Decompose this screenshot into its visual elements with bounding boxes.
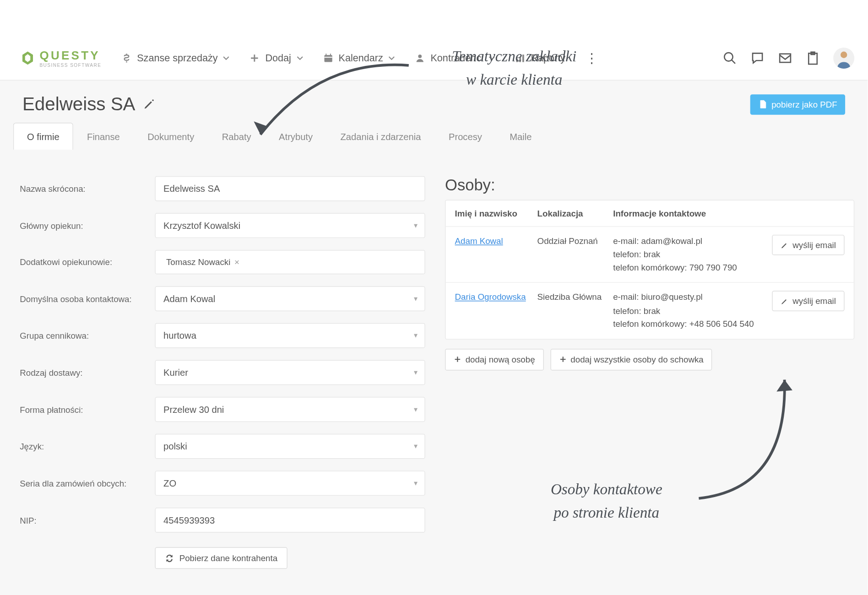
calendar-icon (323, 53, 333, 63)
table-row: Adam Kowal Oddział Poznań e-mail: adam@k… (445, 227, 853, 283)
add-person-button[interactable]: dodaj nową osobę (445, 349, 543, 371)
form-panel: Nazwa skrócona: Edelweiss SA Główny opie… (13, 176, 425, 569)
chevron-down-icon (296, 54, 303, 61)
tab-zadania[interactable]: Zadania i zdarzenia (326, 123, 434, 150)
label-nazwa-skrocona: Nazwa skrócona: (13, 184, 155, 194)
label-dodatkowi: Dodatkowi opiekunowie: (13, 257, 155, 267)
label-rodzaj-dostawy: Rodzaj dostawy: (13, 368, 155, 378)
logo-subtext: BUSINESS SOFTWARE (39, 62, 101, 67)
label-grupa-cennikowa: Grupa cennikowa: (13, 330, 155, 341)
label-domyslna-osoba: Domyślna osoba kontaktowa: (13, 294, 155, 304)
persons-title: Osoby: (445, 176, 854, 195)
chevron-down-icon (223, 54, 229, 61)
edit-icon[interactable] (143, 98, 155, 110)
content-area: Edelweiss SA pobierz jako PDF O firmie F… (0, 81, 868, 595)
search-icon[interactable] (722, 50, 737, 65)
select-seria[interactable]: ZO (155, 471, 425, 496)
nav-calendar[interactable]: Kalendarz (323, 52, 395, 63)
send-email-button[interactable]: wyślij email (772, 291, 845, 312)
logo[interactable]: QUESTY BUSINESS SOFTWARE (20, 49, 101, 67)
person-location: Oddział Poznań (537, 235, 613, 248)
add-all-to-clipboard-button[interactable]: dodaj wszystkie osoby do schowka (550, 349, 712, 371)
svg-point-6 (724, 52, 732, 60)
tab-o-firmie[interactable]: O firmie (13, 123, 73, 150)
tabs: O firmie Finanse Dokumenty Rabaty Atrybu… (13, 123, 854, 150)
nav-sales[interactable]: Szanse sprzedaży (121, 52, 230, 63)
persons-header-loc: Lokalizacja (537, 208, 613, 218)
label-nip: NIP: (13, 515, 155, 525)
page-title: Edelweiss SA (22, 94, 136, 115)
fetch-contractor-data-button[interactable]: Pobierz dane kontrahenta (155, 547, 287, 569)
select-jezyk[interactable]: polski (155, 434, 425, 459)
chat-icon[interactable] (750, 50, 765, 65)
annotation-persons: Osoby kontaktowe po stronie klienta (521, 479, 692, 524)
input-dodatkowi[interactable]: Tomasz Nowacki × (155, 250, 425, 274)
select-rodzaj-dostawy[interactable]: Kurier (155, 360, 425, 385)
pencil-icon (781, 241, 788, 249)
label-seria: Seria dla zamówień obcych: (13, 478, 155, 488)
table-row: Daria Ogrodowska Siedziba Główna e-mail:… (445, 283, 853, 339)
plus-icon (559, 356, 566, 363)
select-glowny-opiekun[interactable]: Krzysztof Kowalski (155, 213, 425, 238)
plus-icon (250, 53, 260, 63)
refresh-icon (165, 553, 174, 563)
avatar-icon (833, 47, 854, 68)
tab-procesy[interactable]: Procesy (435, 123, 496, 150)
select-domyslna-osoba[interactable]: Adam Kowal (155, 286, 425, 311)
person-location: Siedziba Główna (537, 291, 613, 304)
tag-dodatkowi: Tomasz Nowacki × (161, 254, 244, 270)
select-forma-platnosci[interactable]: Przelew 30 dni (155, 397, 425, 422)
tab-atrybuty[interactable]: Atrybuty (265, 123, 326, 150)
chevron-down-icon (388, 54, 395, 61)
logo-text: QUESTY (39, 49, 101, 62)
avatar[interactable] (833, 47, 854, 68)
pencil-icon (781, 298, 788, 305)
logo-icon (20, 50, 36, 66)
person-link[interactable]: Daria Ogrodowska (455, 292, 526, 303)
tab-dokumenty[interactable]: Dokumenty (134, 123, 208, 150)
download-pdf-button[interactable]: pobierz jako PDF (750, 94, 845, 114)
persons-header-info: Informacje kontaktowe (613, 208, 769, 218)
svg-point-10 (841, 51, 847, 58)
svg-rect-7 (780, 54, 791, 62)
nav-add[interactable]: Dodaj (250, 52, 303, 63)
tab-finanse[interactable]: Finanse (73, 123, 134, 150)
label-glowny-opiekun: Główny opiekun: (13, 221, 155, 231)
send-email-button[interactable]: wyślij email (772, 235, 845, 255)
input-nazwa-skrocona[interactable]: Edelweiss SA (155, 176, 425, 201)
svg-rect-0 (324, 55, 332, 62)
persons-header-name: Imię i nazwisko (455, 208, 537, 218)
annotation-tabs: Tematyczne zakładki w karcie klienta (415, 46, 613, 91)
input-nip[interactable]: 4545939393 (155, 508, 425, 533)
person-contact: e-mail: biuro@questy.pl telefon: brak te… (613, 291, 769, 331)
svg-rect-1 (324, 56, 332, 57)
file-icon (758, 100, 767, 109)
mail-icon[interactable] (778, 50, 792, 65)
person-link[interactable]: Adam Kowal (455, 236, 503, 246)
dollar-icon (121, 53, 132, 63)
label-forma-platnosci: Forma płatności: (13, 405, 155, 415)
tab-maile[interactable]: Maile (496, 123, 546, 150)
select-grupa-cennikowa[interactable]: hurtowa (155, 323, 425, 348)
person-contact: e-mail: adam@kowal.pl telefon: brak tele… (613, 235, 769, 275)
clipboard-icon[interactable] (806, 50, 820, 65)
persons-table: Imię i nazwisko Lokalizacja Informacje k… (445, 200, 854, 340)
label-jezyk: Język: (13, 441, 155, 451)
tab-rabaty[interactable]: Rabaty (208, 123, 265, 150)
plus-icon (454, 356, 461, 363)
remove-tag-icon[interactable]: × (234, 257, 239, 267)
